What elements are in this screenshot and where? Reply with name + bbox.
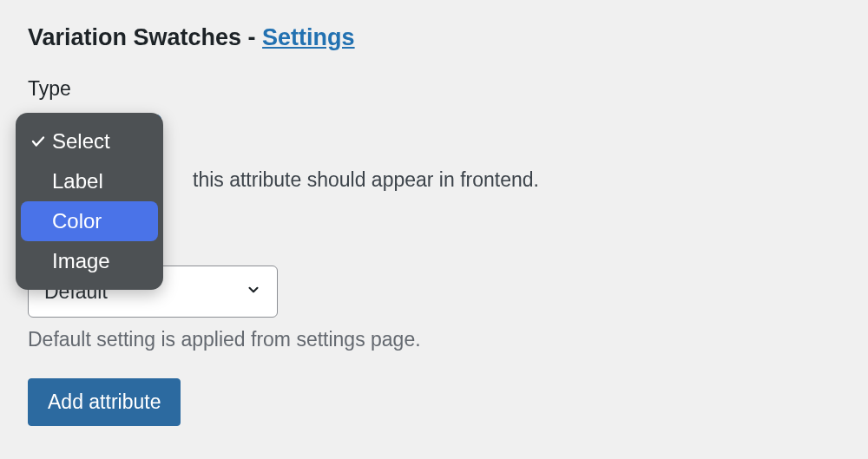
settings-link[interactable]: Settings [262, 24, 355, 50]
dropdown-item-label: Select [52, 129, 110, 154]
dropdown-item-label-opt[interactable]: Label [21, 161, 158, 201]
dropdown-item-image[interactable]: Image [21, 241, 158, 281]
shape-help-text: Default setting is applied from settings… [28, 328, 421, 351]
chevron-down-icon [246, 282, 261, 301]
heading-text: Variation Swatches - [28, 24, 262, 50]
dropdown-item-label: Label [52, 169, 103, 193]
dropdown-item-label: Color [52, 209, 102, 233]
dropdown-item-label: Image [52, 249, 110, 273]
section-heading: Variation Swatches - Settings [28, 24, 840, 51]
type-label: Type [28, 77, 840, 101]
type-dropdown[interactable]: Select Label Color Image [16, 113, 163, 290]
type-help-text: this attribute should appear in frontend… [193, 168, 840, 192]
check-icon [28, 134, 49, 149]
dropdown-item-select[interactable]: Select [21, 121, 158, 161]
add-attribute-button[interactable]: Add attribute [28, 378, 181, 426]
dropdown-item-color[interactable]: Color [21, 201, 158, 241]
